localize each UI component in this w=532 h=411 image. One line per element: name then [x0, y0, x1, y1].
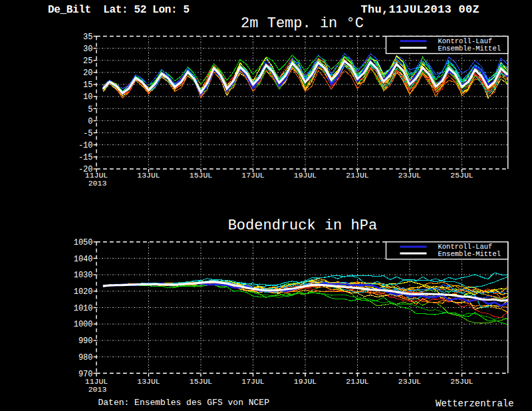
- svg-text:1050: 1050: [74, 238, 93, 247]
- svg-text:Daten: Ensembles des GFS von N: Daten: Ensembles des GFS von NCEP: [98, 398, 270, 408]
- svg-text:10: 10: [83, 92, 92, 102]
- svg-text:15JUL: 15JUL: [190, 377, 213, 386]
- svg-text:Bodendruck in hPa: Bodendruck in hPa: [228, 217, 377, 234]
- svg-text:23JUL: 23JUL: [398, 171, 422, 180]
- svg-text:2013: 2013: [88, 385, 107, 394]
- svg-text:1040: 1040: [74, 255, 93, 264]
- svg-text:19JUL: 19JUL: [294, 171, 317, 180]
- svg-text:21JUL: 21JUL: [346, 377, 369, 386]
- svg-text:Wetterzentrale: Wetterzentrale: [436, 398, 514, 409]
- svg-text:980: 980: [78, 353, 93, 362]
- svg-text:-10: -10: [78, 141, 93, 150]
- svg-text:25JUL: 25JUL: [450, 377, 473, 386]
- svg-text:1010: 1010: [74, 304, 93, 313]
- svg-text:19JUL: 19JUL: [294, 377, 317, 386]
- svg-text:-5: -5: [83, 129, 92, 138]
- svg-text:35: 35: [83, 33, 92, 42]
- svg-text:15JUL: 15JUL: [190, 171, 213, 180]
- svg-text:30: 30: [83, 45, 92, 54]
- svg-text:25JUL: 25JUL: [450, 171, 473, 180]
- svg-text:15: 15: [83, 80, 92, 90]
- svg-text:13JUL: 13JUL: [137, 377, 160, 386]
- svg-text:Thu,11JUL2013 00Z: Thu,11JUL2013 00Z: [361, 3, 480, 16]
- svg-text:17JUL: 17JUL: [241, 377, 265, 386]
- svg-text:5: 5: [88, 105, 92, 114]
- svg-text:23JUL: 23JUL: [398, 377, 422, 386]
- svg-text:13JUL: 13JUL: [137, 171, 160, 180]
- svg-text:17JUL: 17JUL: [241, 171, 265, 180]
- svg-text:1000: 1000: [74, 320, 93, 329]
- svg-text:-15: -15: [78, 153, 93, 162]
- svg-text:0: 0: [88, 117, 92, 126]
- svg-text:1030: 1030: [74, 271, 93, 280]
- svg-text:21JUL: 21JUL: [346, 171, 369, 180]
- svg-text:2013: 2013: [88, 179, 107, 188]
- svg-text:Ensemble-Mittel: Ensemble-Mittel: [438, 45, 501, 53]
- svg-text:20: 20: [83, 68, 92, 78]
- svg-text:990: 990: [78, 337, 93, 346]
- svg-text:1020: 1020: [74, 287, 93, 297]
- svg-text:De_Bilt Lat: 52 Lon: 5: De_Bilt Lat: 52 Lon: 5: [48, 4, 190, 16]
- svg-text:25: 25: [83, 57, 92, 66]
- svg-text:2m Temp. in °C: 2m Temp. in °C: [241, 15, 364, 32]
- svg-text:Ensemble-Mittel: Ensemble-Mittel: [438, 250, 501, 258]
